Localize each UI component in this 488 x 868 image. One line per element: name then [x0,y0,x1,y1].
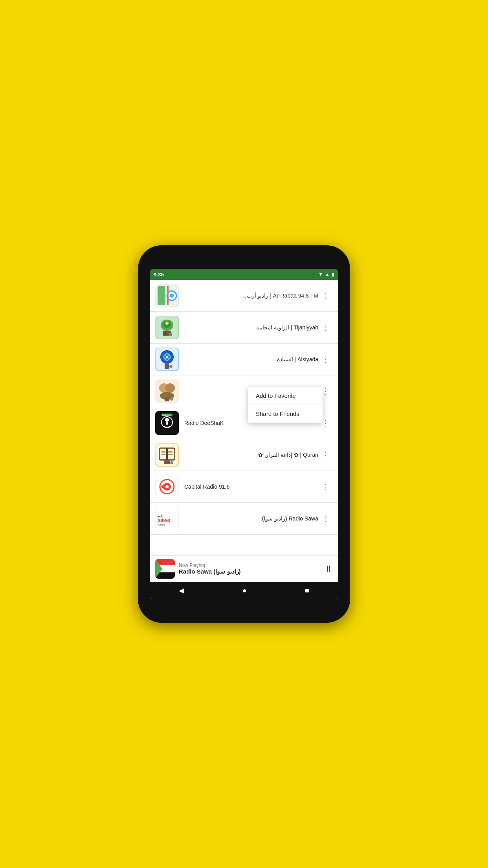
now-playing-bar: Now Playing : Radio Sawa (راديو سوا) ⏸ [150,555,338,582]
list-item[interactable]: Ar-Rabaa 94.8 FM | راديو أرب… ⋮ [150,280,338,312]
svg-rect-18 [165,363,169,369]
now-playing-logo [155,559,175,579]
now-playing-text: Now Playing : Radio Sawa (راديو سوا) [179,563,324,575]
radio-name: Capital Radio 91.6 [184,484,318,490]
status-bar: 9:35 ▼ ▲ ▮ [150,269,338,280]
context-menu: Add to Favorite Share to Friends [248,387,323,423]
now-playing-station: Radio Sawa (راديو سوا) [179,568,324,575]
phone-device: 9:35 ▼ ▲ ▮ Ar-Raba [138,245,350,623]
home-button[interactable]: ● [242,587,247,595]
svg-point-8 [165,322,169,325]
status-icons: ▼ ▲ ▮ [318,272,334,277]
radio-logo-deeshak: راديو ديشكا [155,411,179,435]
radio-logo-capital [155,475,179,498]
nav-bar: ◀ ● ■ [150,582,338,599]
list-item[interactable]: Alsiyada | السيادة ⋮ Add to Favorite Sha… [150,344,338,375]
list-item[interactable]: Capital Radio 91.6 ⋮ [150,471,338,503]
svg-text:Radio: Radio [158,523,165,526]
list-item[interactable]: Tijaniyyah | الزاوية التجانية ⋮ [150,312,338,344]
now-playing-label: Now Playing : [179,563,324,568]
more-button[interactable]: ⋮ [318,512,333,525]
svg-text:sawa: sawa [158,517,170,523]
more-button[interactable]: ⋮ [318,289,333,302]
radio-logo-madeeh [155,379,179,403]
svg-rect-24 [165,397,169,401]
svg-point-47 [165,485,169,488]
list-item[interactable]: Quran | ✿ إذاعة القرآن ✿ ⋮ [150,439,338,471]
more-button[interactable]: ⋮ [318,321,333,334]
list-item[interactable]: راديو sawa Radio Radio Sawa (راديو سوا) … [150,503,338,535]
svg-text:راديو ديشكا: راديو ديشكا [162,414,171,417]
back-button[interactable]: ◀ [179,586,184,595]
pause-button[interactable]: ⏸ [324,564,333,574]
svg-point-19 [169,365,172,368]
share-to-friends-menu-item[interactable]: Share to Friends [248,405,323,423]
svg-rect-42 [164,460,170,464]
svg-point-28 [165,418,169,422]
radio-name: Alsiyada | السيادة [184,356,318,362]
more-button[interactable]: ⋮ [318,449,333,461]
radio-list: Ar-Rabaa 94.8 FM | راديو أرب… ⋮ [150,280,338,555]
radio-name: Quran | ✿ إذاعة القرآن ✿ [184,452,318,458]
add-to-favorite-menu-item[interactable]: Add to Favorite [248,387,323,405]
svg-rect-10 [165,331,166,335]
radio-logo-alsiyada [155,348,179,371]
radio-logo-tijaniyyah [155,316,179,339]
radio-name: Ar-Rabaa 94.8 FM | راديو أرب… [184,292,318,299]
more-button[interactable]: ⋮ [318,480,333,493]
radio-logo-arrabaa [155,284,179,307]
svg-point-17 [166,356,168,358]
phone-screen: 9:35 ▼ ▲ ▮ Ar-Raba [150,269,338,599]
svg-rect-1 [158,286,165,305]
svg-rect-29 [166,422,168,425]
svg-point-43 [170,461,173,464]
signal-icon: ▲ [325,272,330,277]
radio-logo-quran [155,443,179,467]
radio-name: Tijaniyyah | الزاوية التجانية [184,324,318,331]
radio-logo-sawa: راديو sawa Radio [155,507,179,530]
svg-point-22 [165,383,175,393]
svg-point-25 [170,397,173,401]
recent-button[interactable]: ■ [305,587,309,595]
radio-name: Radio Sawa (راديو سوا) [184,515,318,522]
svg-rect-35 [166,448,168,460]
svg-point-4 [170,294,174,298]
status-time: 9:35 [154,272,164,278]
svg-point-11 [169,333,172,336]
more-button[interactable]: ⋮ [318,353,333,366]
battery-icon: ▮ [332,272,334,277]
wifi-icon: ▼ [318,272,323,277]
